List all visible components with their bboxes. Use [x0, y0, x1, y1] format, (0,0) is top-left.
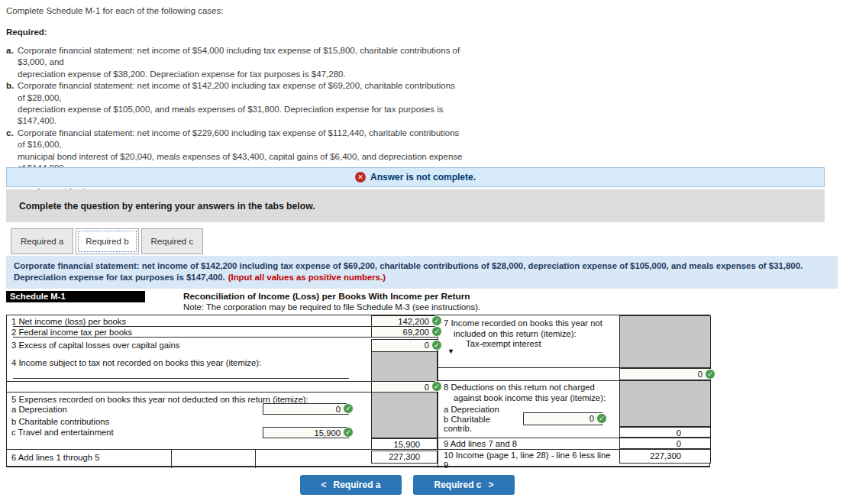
line7-amount: 0 [698, 370, 702, 379]
case-letter: b. [6, 80, 14, 92]
line10-total: 227,300 [650, 451, 681, 460]
case-item-a: a.Corporate financial statement: net inc… [6, 45, 464, 80]
line2-label: 2 Federal income tax per books [11, 328, 132, 337]
line7-label: 7 Income recorded on books this year not… [444, 318, 610, 339]
schedule-form-label: Schedule M-1 [6, 291, 145, 302]
instruction-bar: Complete the question by entering your a… [6, 189, 825, 222]
correct-check-icon: ✓ [431, 381, 442, 392]
tab-description-text: Corporate financial statement: net incom… [14, 261, 803, 282]
tab-required-a[interactable]: Required a [11, 228, 73, 254]
line5c-label: c Travel and entertainment [11, 428, 114, 437]
line5-total: 15,900 [393, 440, 420, 449]
shaded-cell [371, 351, 438, 382]
input-positive-note: (Input all values as positive numbers.) [228, 273, 386, 282]
correct-check-icon: ✓ [343, 427, 354, 438]
row-rule [7, 449, 711, 450]
line3-amount: 0 [425, 341, 429, 350]
tab-required-b[interactable]: Required b [76, 228, 138, 254]
next-button-label: Required c [434, 480, 481, 490]
chevron-left-icon: < [321, 480, 326, 490]
schedule-note: Note: The corporation may be required to… [183, 302, 480, 312]
column-rule [438, 315, 438, 468]
line4-amount: 0 [425, 383, 429, 392]
tab-panel-description: Corporate financial statement: net incom… [6, 256, 838, 289]
schedule-title: Reconciliation of Income (Loss) per Book… [183, 291, 470, 302]
case-item-b: b.Corporate financial statement: net inc… [6, 80, 464, 128]
error-x-icon: ✕ [355, 172, 366, 183]
dropdown-caret-icon[interactable]: ▼ [447, 347, 454, 355]
shaded-cell [619, 380, 711, 427]
line5a-amount: 0 [336, 405, 341, 414]
line9-total-cell: 0 [619, 438, 711, 449]
line10-label: 10 Income (page 1, line 28) - line 6 les… [444, 451, 615, 470]
line5a-amount-input[interactable]: 0 ✓ [263, 403, 349, 415]
status-banner: ✕ Answer is not complete. [6, 167, 825, 187]
line9-total: 0 [677, 439, 681, 448]
shaded-cell [371, 392, 438, 438]
row-rule [13, 337, 371, 338]
schedule-m1-table: 1 Net income (loss) per books 2 Federal … [6, 315, 710, 467]
required-tabs: Required a Required b Required c [11, 228, 203, 254]
line4-label: 4 Income subject to tax not recorded on … [11, 358, 261, 367]
case-letter: c. [6, 128, 14, 139]
itemize-write-in-rule [13, 378, 349, 379]
line8-total: 0 [677, 428, 681, 438]
line10-total-cell: 227,300 [619, 449, 711, 464]
correct-check-icon: ✓ [431, 315, 442, 326]
next-required-c-button[interactable]: Required c > [413, 475, 515, 495]
line2-amount: 69,200 [402, 328, 429, 337]
correct-check-icon: ✓ [596, 413, 607, 424]
line5-total-cell: 15,900 [371, 438, 438, 450]
row-rule [7, 381, 371, 382]
line8b-amount: 0 [589, 414, 594, 423]
correct-check-icon: ✓ [431, 340, 442, 351]
correct-check-icon: ✓ [705, 369, 715, 380]
correct-check-icon: ✓ [343, 403, 354, 414]
tab-required-c[interactable]: Required c [141, 228, 204, 254]
case-letter: a. [6, 45, 14, 57]
question-prompt: Complete Schedule M-1 for each of the fo… [6, 6, 223, 15]
line9-label: 9 Add lines 7 and 8 [444, 439, 517, 448]
case-text: Corporate financial statement: net incom… [18, 46, 460, 79]
line2-amount-input[interactable]: 69,200 ✓ [371, 326, 438, 338]
line1-label: 1 Net income (loss) per books [11, 317, 126, 326]
line1-amount: 142,200 [398, 317, 429, 326]
row-rule [7, 392, 371, 393]
row-rule [13, 326, 371, 327]
line5b-label: b Charitable contributions [11, 417, 109, 426]
prev-required-a-button[interactable]: < Required a [300, 475, 402, 495]
line7-amount-input[interactable]: 0 ✓ [619, 368, 711, 380]
line6-total: 227,300 [389, 452, 420, 461]
line5c-amount-input[interactable]: 15,900 ✓ [263, 427, 349, 438]
line6-label: 6 Add lines 1 through 5 [11, 453, 100, 462]
case-text: Corporate financial statement: net incom… [18, 81, 455, 125]
correct-check-icon: ✓ [431, 326, 442, 337]
instruction-text: Complete the question by entering your a… [19, 201, 315, 212]
shaded-cell [619, 315, 711, 368]
line6-total-cell: 227,300 [371, 451, 438, 464]
line7-itemize-selection[interactable]: Tax-exempt interest [466, 339, 541, 348]
line5a-label: a Depreciation [11, 405, 67, 414]
bottom-row-divider [171, 450, 172, 468]
bottom-row-divider [255, 450, 256, 468]
line8b-label: b Charitable contrib. [444, 415, 503, 433]
chevron-right-icon: > [489, 480, 494, 490]
line4-amount-input[interactable]: 0 ✓ [371, 381, 438, 393]
line8a-label: a Depreciation [444, 405, 499, 414]
required-heading: Required: [6, 27, 47, 37]
line3-label: 3 Excess of capital losses over capital … [11, 341, 179, 350]
line3-amount-input[interactable]: 0 ✓ [371, 339, 438, 352]
line8b-amount-input[interactable]: 0 ✓ [523, 412, 602, 425]
line1-amount-input[interactable]: 142,200 ✓ [371, 315, 438, 327]
status-banner-text: Answer is not complete. [370, 172, 476, 183]
line5c-amount: 15,900 [314, 428, 341, 438]
prev-button-label: Required a [334, 480, 381, 490]
line8-total-cell: 0 [619, 427, 711, 438]
line8-label: 8 Deductions on this return not charged … [444, 383, 610, 403]
